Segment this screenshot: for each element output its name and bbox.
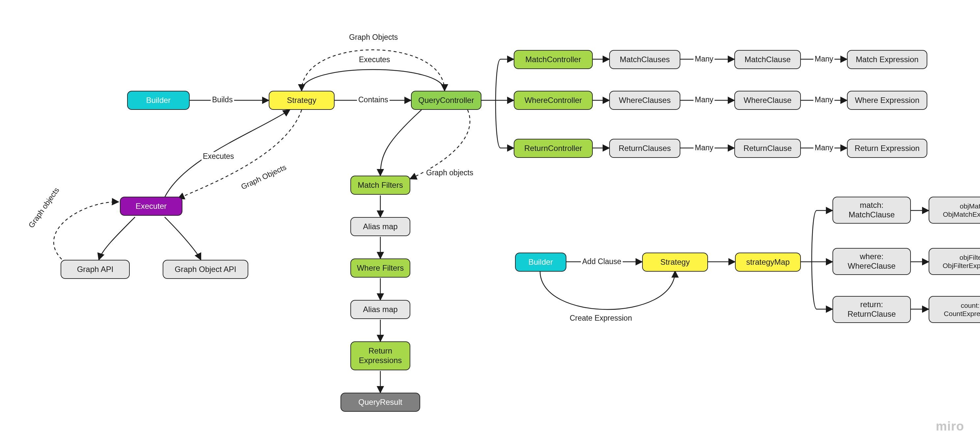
label: strategyMap: [746, 258, 790, 267]
label: ReturnController: [524, 144, 582, 153]
label: MatchClauses: [620, 55, 670, 65]
node-where-controller[interactable]: WhereController: [514, 91, 593, 110]
node-return-clause[interactable]: ReturnClause: [734, 139, 801, 158]
node-obj-filter[interactable]: objFilter: ObjFilterExpression: [929, 248, 980, 275]
edge-label-add-clause: Add Clause: [581, 257, 623, 266]
label: where: WhereClause: [848, 252, 896, 271]
diagram-canvas: Builder Strategy QueryController Execute…: [0, 0, 980, 442]
node-match-expression[interactable]: Match Expression: [847, 50, 928, 69]
label: WhereController: [525, 96, 582, 105]
edge-label-many-5: Many: [694, 143, 714, 152]
label: Return Expressions: [359, 346, 402, 365]
label: return: ReturnClause: [848, 300, 896, 319]
label: QueryController: [418, 96, 474, 105]
edge-label-graph-objects-top: Graph Objects: [348, 33, 399, 42]
label: objFilter: ObjFilterExpression: [942, 253, 980, 270]
miro-watermark: miro: [936, 419, 964, 434]
node-graph-object-api[interactable]: Graph Object API: [163, 260, 248, 279]
node-executer[interactable]: Executer: [120, 196, 183, 216]
edge-label-many-4: Many: [813, 95, 834, 104]
edge-label-many-3: Many: [694, 95, 714, 104]
node-strategy[interactable]: Strategy: [269, 91, 334, 110]
label: ReturnClause: [744, 144, 792, 153]
node-match-controller[interactable]: MatchController: [514, 50, 593, 69]
label: Match Expression: [856, 55, 919, 65]
node-strategy-map[interactable]: strategyMap: [735, 253, 801, 272]
label: Return Expression: [854, 144, 920, 153]
label: Strategy: [287, 96, 316, 105]
edge-label-many-1: Many: [694, 55, 714, 63]
node-strategy-2[interactable]: Strategy: [642, 253, 708, 272]
edge-label-graph-objects-low: Graph objects: [26, 185, 62, 231]
node-alias-map-1[interactable]: Alias map: [350, 217, 410, 236]
label: MatchController: [525, 55, 581, 65]
edge-label-many-2: Many: [813, 55, 834, 63]
label: objMatch: ObjMatchExpression: [943, 202, 980, 219]
label: Match Filters: [358, 181, 403, 190]
node-builder[interactable]: Builder: [127, 91, 190, 110]
label: WhereClauses: [619, 96, 670, 105]
node-match-filters[interactable]: Match Filters: [350, 176, 410, 195]
edge-label-contains: Contains: [357, 95, 390, 104]
label: count: CountExpression: [944, 301, 980, 318]
node-map-return[interactable]: return: ReturnClause: [832, 296, 911, 323]
label: Where Filters: [357, 263, 404, 273]
node-where-filters[interactable]: Where Filters: [350, 258, 410, 277]
node-query-controller[interactable]: QueryController: [411, 91, 481, 110]
node-where-clauses[interactable]: WhereClauses: [609, 91, 680, 110]
edge-label-create-expression: Create Expression: [568, 314, 633, 323]
label: Graph Object API: [175, 265, 236, 274]
node-where-expression[interactable]: Where Expression: [847, 91, 928, 110]
node-query-result[interactable]: QueryResult: [340, 393, 420, 412]
edge-label-executes-top: Executes: [358, 55, 391, 64]
label: QueryResult: [358, 398, 402, 407]
node-graph-api[interactable]: Graph API: [60, 260, 130, 279]
node-map-match[interactable]: match: MatchClause: [832, 196, 911, 223]
edge-label-builds: Builds: [211, 95, 234, 104]
edge-label-graph-objects-right: Graph objects: [425, 168, 474, 177]
label: match: MatchClause: [849, 201, 895, 220]
label: WhereClause: [744, 96, 791, 105]
node-obj-match[interactable]: objMatch: ObjMatchExpression: [929, 196, 980, 223]
node-return-controller[interactable]: ReturnController: [514, 139, 593, 158]
node-count-expr[interactable]: count: CountExpression: [929, 296, 980, 323]
node-return-expressions[interactable]: Return Expressions: [350, 341, 410, 370]
edge-label-executes-left: Executes: [202, 152, 235, 161]
label: Alias map: [363, 222, 398, 231]
label: Builder: [146, 96, 171, 105]
node-return-clauses[interactable]: ReturnClauses: [609, 139, 680, 158]
node-map-where[interactable]: where: WhereClause: [832, 248, 911, 275]
node-where-clause[interactable]: WhereClause: [734, 91, 801, 110]
node-match-clause[interactable]: MatchClause: [734, 50, 801, 69]
label: Strategy: [660, 258, 690, 267]
label: Where Expression: [855, 96, 920, 105]
edge-label-graph-objects-mid: Graph Objects: [239, 162, 289, 192]
label: Alias map: [363, 305, 398, 314]
label: Builder: [528, 258, 553, 267]
label: MatchClause: [745, 55, 791, 65]
edge-label-many-6: Many: [813, 143, 834, 152]
node-alias-map-2[interactable]: Alias map: [350, 300, 410, 319]
node-builder-2[interactable]: Builder: [515, 253, 566, 272]
label: Graph API: [77, 265, 114, 274]
label: Executer: [136, 201, 167, 211]
node-return-expression[interactable]: Return Expression: [847, 139, 928, 158]
label: ReturnClauses: [619, 144, 671, 153]
node-match-clauses[interactable]: MatchClauses: [609, 50, 680, 69]
